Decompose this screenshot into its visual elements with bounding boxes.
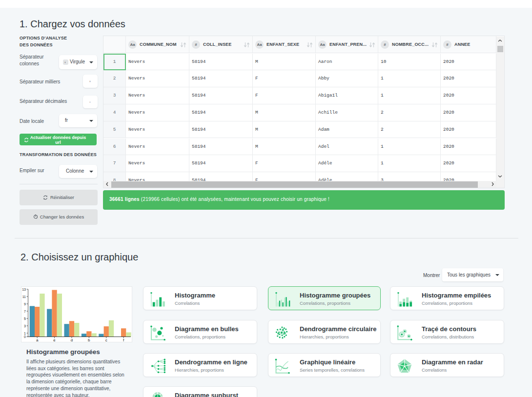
svg-text:11: 11: [22, 295, 26, 298]
svg-text:9: 9: [24, 302, 26, 306]
svg-text:e: e: [53, 338, 56, 342]
svg-text:a: a: [36, 338, 39, 342]
svg-text:13: 13: [22, 288, 26, 291]
svg-text:f: f: [123, 338, 124, 342]
svg-text:5: 5: [24, 317, 26, 320]
svg-text:3: 3: [24, 324, 26, 328]
svg-text:0: 0: [24, 335, 26, 338]
svg-text:7: 7: [24, 310, 26, 313]
svg-text:b: b: [88, 338, 90, 342]
svg-text:1: 1: [24, 332, 26, 335]
svg-text:d: d: [71, 338, 73, 342]
svg-text:c: c: [105, 338, 107, 342]
